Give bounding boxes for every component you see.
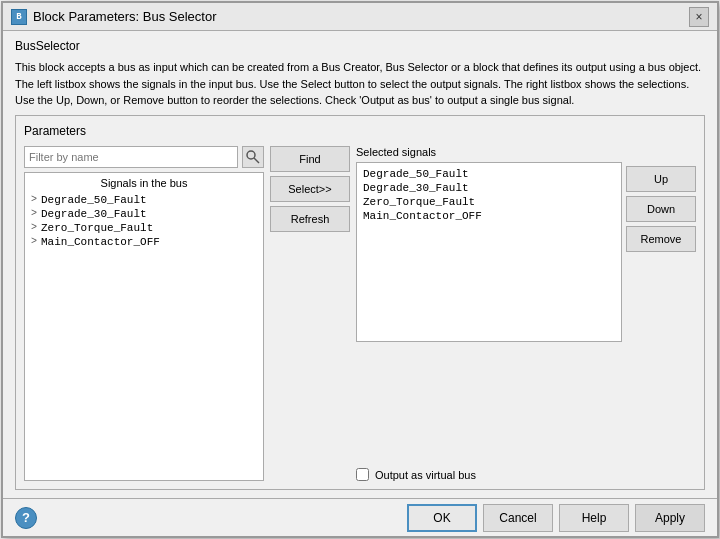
chevron-icon: >	[31, 236, 37, 247]
up-button[interactable]: Up	[626, 166, 696, 192]
signals-container: >Degrade_50_Fault>Degrade_30_Fault>Zero_…	[29, 193, 259, 249]
right-panel: Selected signals Degrade_50_FaultDegrade…	[356, 146, 696, 482]
signal-item[interactable]: >Zero_Torque_Fault	[29, 221, 259, 235]
selected-signal-item[interactable]: Zero_Torque_Fault	[361, 195, 617, 209]
left-panel: Signals in the bus >Degrade_50_Fault>Deg…	[24, 146, 264, 482]
params-content: Signals in the bus >Degrade_50_Fault>Deg…	[24, 146, 696, 482]
down-button[interactable]: Down	[626, 196, 696, 222]
refresh-button[interactable]: Refresh	[270, 206, 350, 232]
title-bar-left: B Block Parameters: Bus Selector	[11, 9, 217, 25]
selected-signals-row: Selected signals Degrade_50_FaultDegrade…	[356, 146, 696, 465]
selected-list: Degrade_50_FaultDegrade_30_FaultZero_Tor…	[356, 162, 622, 342]
chevron-icon: >	[31, 208, 37, 219]
filter-icon	[246, 150, 260, 164]
help-circle-button[interactable]: ?	[15, 507, 37, 529]
ok-button[interactable]: OK	[407, 504, 477, 532]
content-area: BusSelector This block accepts a bus as …	[3, 31, 717, 498]
signal-item[interactable]: >Degrade_30_Fault	[29, 207, 259, 221]
output-bus-row: Output as virtual bus	[356, 468, 696, 481]
middle-buttons: Find Select>> Refresh	[270, 146, 350, 482]
selected-signals-label: Selected signals	[356, 146, 622, 158]
chevron-icon: >	[31, 222, 37, 233]
selected-signal-item[interactable]: Degrade_30_Fault	[361, 181, 617, 195]
help-button[interactable]: Help	[559, 504, 629, 532]
footer-left: ?	[15, 507, 37, 529]
filter-row	[24, 146, 264, 168]
block-name: BusSelector	[15, 39, 705, 53]
output-bus-checkbox[interactable]	[356, 468, 369, 481]
apply-button[interactable]: Apply	[635, 504, 705, 532]
parameters-box: Parameters Signals in the	[15, 115, 705, 491]
signals-header: Signals in the bus	[29, 177, 259, 189]
title-bar: B Block Parameters: Bus Selector ×	[3, 3, 717, 31]
parameters-label: Parameters	[24, 124, 696, 138]
selected-container: Degrade_50_FaultDegrade_30_FaultZero_Tor…	[361, 167, 617, 223]
cancel-button[interactable]: Cancel	[483, 504, 553, 532]
svg-point-0	[247, 151, 255, 159]
selected-signals-container: Selected signals Degrade_50_FaultDegrade…	[356, 146, 622, 342]
signal-item[interactable]: >Degrade_50_Fault	[29, 193, 259, 207]
selected-signal-item[interactable]: Degrade_50_Fault	[361, 167, 617, 181]
select-button[interactable]: Select>>	[270, 176, 350, 202]
right-action-buttons: Up Down Remove	[626, 146, 696, 252]
chevron-icon: >	[31, 194, 37, 205]
signal-item[interactable]: >Main_Contactor_OFF	[29, 235, 259, 249]
svg-line-1	[254, 158, 259, 163]
remove-button[interactable]: Remove	[626, 226, 696, 252]
selected-signal-item[interactable]: Main_Contactor_OFF	[361, 209, 617, 223]
description-text: This block accepts a bus as input which …	[15, 59, 705, 109]
filter-options-button[interactable]	[242, 146, 264, 168]
find-button[interactable]: Find	[270, 146, 350, 172]
window-title: Block Parameters: Bus Selector	[33, 9, 217, 24]
output-bus-label: Output as virtual bus	[375, 469, 476, 481]
filter-input[interactable]	[24, 146, 238, 168]
close-button[interactable]: ×	[689, 7, 709, 27]
dialog-window: B Block Parameters: Bus Selector × BusSe…	[1, 1, 719, 538]
footer-buttons: OK Cancel Help Apply	[407, 504, 705, 532]
window-icon: B	[11, 9, 27, 25]
footer: ? OK Cancel Help Apply	[3, 498, 717, 536]
signals-list: Signals in the bus >Degrade_50_Fault>Deg…	[24, 172, 264, 482]
